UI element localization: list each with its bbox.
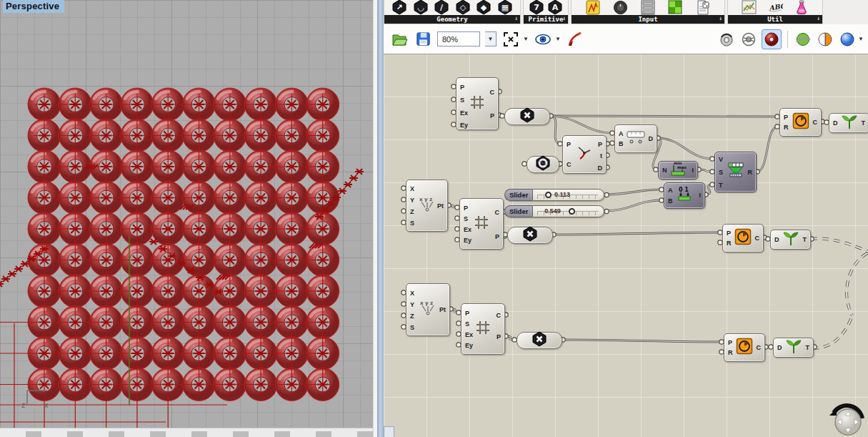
tab-label-util[interactable]: Util↓ (728, 15, 822, 24)
output-port-label-T[interactable]: T (862, 119, 866, 127)
zoom-extents-caret[interactable]: ▼ (523, 36, 529, 42)
save-file-button[interactable] (414, 30, 432, 49)
input-port-label-P[interactable]: P (567, 141, 571, 148)
gh-node-flatten-1[interactable] (504, 108, 550, 125)
slider-knob[interactable] (545, 192, 552, 198)
input-port-label-D[interactable]: D (777, 344, 782, 351)
tab-label-geometry[interactable]: Geometry↓ (384, 15, 520, 24)
gh-node-distance[interactable]: ABD (614, 124, 657, 153)
zoom-extents-button[interactable] (502, 30, 520, 49)
input-port-label-P[interactable]: P (464, 205, 468, 212)
input-port-label-B[interactable]: B (619, 140, 624, 147)
gh-node-construct-point-1[interactable]: XYZSPtx y z (406, 180, 448, 232)
selection-pen-button[interactable] (566, 30, 584, 49)
output-port-label-C[interactable]: C (495, 209, 500, 216)
gh-node-circle-2[interactable]: PRC (722, 224, 764, 252)
output-port-label-C[interactable]: C (757, 344, 762, 351)
display-dropdown-caret[interactable]: ▼ (858, 36, 864, 42)
canvas-navigation-compass[interactable] (827, 403, 867, 437)
input-port-label-X[interactable]: X (410, 185, 414, 192)
gh-node-plant-2[interactable]: DT (770, 230, 811, 250)
gh-node-plant-3[interactable]: DT (773, 338, 814, 358)
output-port-label-R[interactable]: R (748, 169, 753, 176)
input-port-label-Y[interactable]: Y (410, 197, 414, 204)
list-icon[interactable] (640, 0, 656, 15)
gh-node-construct-domain[interactable]: ABI0 1 (664, 182, 705, 209)
gh-node-geometry-param[interactable] (527, 156, 559, 173)
slider-track[interactable]: 0.113 (532, 189, 604, 201)
input-port-label-V[interactable]: V (719, 156, 723, 163)
tab-label-primitive[interactable]: Primitive↓ (524, 15, 568, 24)
canvas-scroll-corner[interactable] (384, 426, 394, 437)
input-port-label-D[interactable]: D (774, 236, 779, 243)
input-port-label-Ex[interactable]: Ex (465, 331, 473, 338)
input-port-label-B[interactable]: B (668, 197, 673, 205)
output-port-label-P[interactable]: P (495, 233, 499, 240)
preview-shaded-button[interactable] (762, 29, 782, 49)
output-port-label-C[interactable]: C (490, 89, 495, 96)
chart-icon[interactable] (741, 0, 757, 15)
output-port-label-Pt[interactable]: Pt (439, 306, 446, 313)
slider-track[interactable]: 0.549 (532, 205, 604, 217)
input-port-label-Ey[interactable]: Ey (460, 122, 468, 129)
input-port-label-P[interactable]: P (728, 339, 732, 346)
input-port-label-P[interactable]: P (460, 84, 464, 91)
input-port-label-Ey[interactable]: Ey (464, 237, 472, 244)
input-port-label-Ex[interactable]: Ex (460, 109, 468, 117)
tab-label-input[interactable]: Input↓ (572, 15, 724, 24)
tab-dropdown-arrow[interactable]: ↓ (562, 15, 566, 21)
gh-node-rectangle-grid-3[interactable]: PSExEyCP (461, 303, 505, 355)
gh-node-flatten-3[interactable] (517, 332, 562, 349)
gh-slider-2[interactable]: Slider0.549 (504, 205, 604, 217)
curve-icon[interactable]: ◡ (413, 0, 429, 15)
zoom-dropdown-caret[interactable]: ▼ (485, 31, 497, 46)
input-port-label-S[interactable]: S (410, 220, 414, 227)
input-port-label-Y[interactable]: Y (410, 301, 414, 308)
preview-off-button[interactable] (717, 30, 736, 49)
input-port-label-S[interactable]: S (460, 97, 464, 104)
input-port-label-Ex[interactable]: Ex (464, 226, 472, 233)
tab-dropdown-arrow[interactable]: ↓ (817, 15, 820, 21)
mesh-icon[interactable]: ▦ (497, 0, 513, 15)
gh-node-rectangle-grid-2[interactable]: PSExEyCP (459, 198, 504, 250)
output-port-label-T[interactable]: T (803, 236, 807, 243)
vector-icon[interactable]: ↗ (391, 0, 407, 15)
flask-icon[interactable] (794, 0, 809, 15)
input-port-label-R[interactable]: R (728, 349, 733, 356)
graph-icon[interactable] (585, 0, 601, 15)
display-halftone-toggle[interactable] (816, 30, 834, 49)
gh-node-rectangle-grid-1[interactable]: PSExEyCP (456, 77, 499, 130)
output-port-label-C[interactable]: C (755, 235, 760, 242)
gh-node-curve-closest-point[interactable]: PCPtD (562, 135, 607, 174)
output-port-label-I[interactable]: I (699, 192, 701, 199)
gh-slider-1[interactable]: Slider0.113 (504, 189, 604, 201)
gh-node-bounds[interactable]: NIminmax (658, 161, 698, 180)
input-port-label-Ey[interactable]: Ey (465, 342, 473, 349)
input-port-label-S[interactable]: S (465, 320, 469, 328)
display-blue-toggle[interactable] (838, 30, 857, 49)
output-port-label-C[interactable]: C (813, 119, 818, 126)
gh-node-circle-3[interactable]: PRC (724, 333, 765, 362)
abc-icon[interactable]: ABC (767, 0, 783, 15)
zoom-level-input[interactable]: 80% (437, 31, 480, 46)
input-port-label-C[interactable]: C (567, 161, 572, 168)
preview-eye-caret[interactable]: ▼ (555, 36, 561, 42)
gh-node-remap-numbers[interactable]: VSTR (714, 152, 757, 192)
input-port-label-S[interactable]: S (464, 215, 468, 222)
output-port-label-P[interactable]: P (598, 141, 602, 148)
input-port-label-Z[interactable]: Z (410, 208, 414, 215)
output-port-label-T[interactable]: T (806, 344, 810, 351)
input-port-label-D[interactable]: D (833, 119, 838, 127)
input-port-label-T[interactable]: T (719, 182, 723, 189)
input-port-label-Z[interactable]: Z (410, 313, 414, 320)
output-port-label-Pt[interactable]: Pt (437, 202, 444, 210)
output-port-label-t[interactable]: t (600, 152, 602, 159)
import-icon[interactable] (695, 0, 711, 15)
output-port-label-C[interactable]: C (497, 312, 502, 319)
gh-node-flatten-2[interactable] (507, 227, 553, 244)
input-port-label-R[interactable]: R (784, 124, 789, 131)
gradient-icon[interactable] (667, 0, 683, 15)
output-port-label-P[interactable]: P (497, 333, 501, 340)
input-port-label-P[interactable]: P (727, 230, 731, 237)
open-file-button[interactable] (390, 30, 409, 49)
